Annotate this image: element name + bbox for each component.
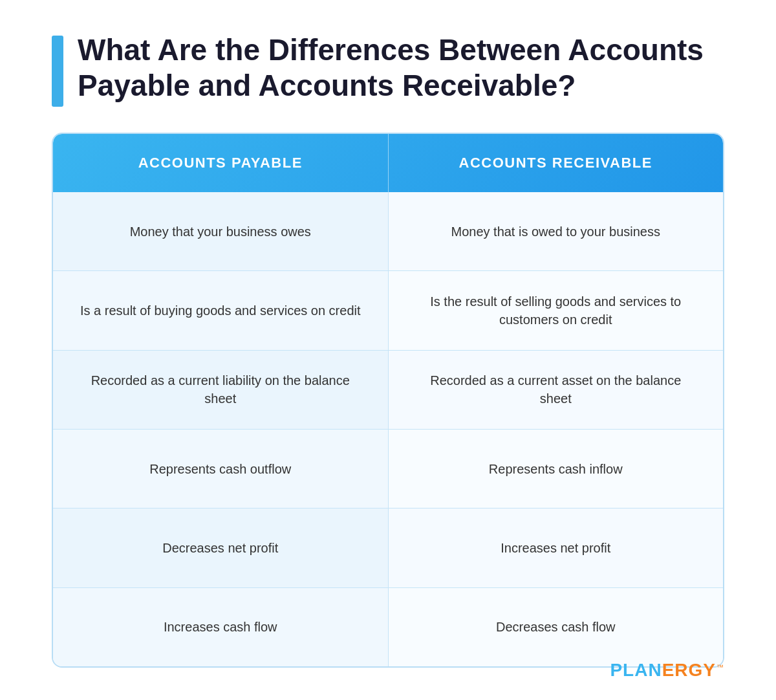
table-cell-ap-0: Money that your business owes [53,192,389,270]
table-row: Money that your business owesMoney that … [53,192,723,271]
table-cell-ar-4: Increases net profit [389,509,724,587]
comparison-table: ACCOUNTS PAYABLE ACCOUNTS RECEIVABLE Mon… [52,133,724,668]
table-cell-ar-5: Decreases cash flow [389,588,724,666]
header-accounts-payable: ACCOUNTS PAYABLE [53,134,389,192]
blue-accent-bar [52,36,63,107]
table-row: Decreases net profitIncreases net profit [53,509,723,587]
page-container: What Are the Differences Between Account… [0,0,776,700]
header-section: What Are the Differences Between Account… [52,32,724,107]
table-row: Represents cash outflowRepresents cash i… [53,430,723,509]
header-accounts-receivable: ACCOUNTS RECEIVABLE [389,134,724,192]
table-cell-ar-1: Is the result of selling goods and servi… [389,271,724,349]
table-row: Is a result of buying goods and services… [53,271,723,350]
table-cell-ar-2: Recorded as a current asset on the balan… [389,351,724,429]
table-cell-ap-5: Increases cash flow [53,588,389,666]
table-cell-ap-1: Is a result of buying goods and services… [53,271,389,349]
branding: PLANERGY™ [610,660,724,681]
brand-plan-text: PLAN [610,660,662,681]
table-cell-ap-3: Represents cash outflow [53,430,389,508]
table-row: Recorded as a current liability on the b… [53,351,723,430]
table-cell-ar-0: Money that is owed to your business [389,192,724,270]
table-cell-ar-3: Represents cash inflow [389,430,724,508]
table-cell-ap-4: Decreases net profit [53,509,389,587]
table-body: Money that your business owesMoney that … [53,192,723,666]
brand-ergy-text: ERGY™ [662,660,724,681]
page-title: What Are the Differences Between Account… [78,32,724,104]
table-cell-ap-2: Recorded as a current liability on the b… [53,351,389,429]
table-row: Increases cash flowDecreases cash flow [53,588,723,666]
table-header: ACCOUNTS PAYABLE ACCOUNTS RECEIVABLE [53,134,723,192]
